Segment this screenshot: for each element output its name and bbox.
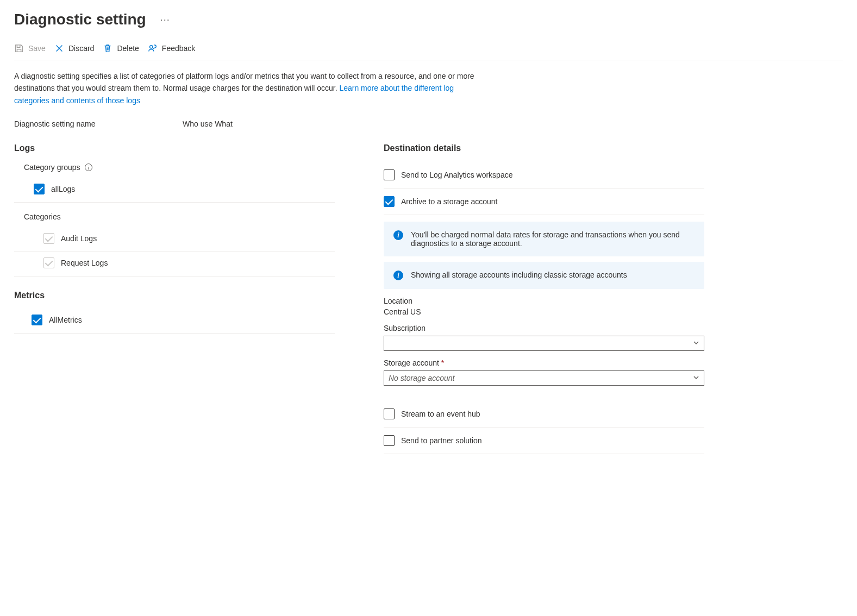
more-menu-icon[interactable]: ··· (157, 12, 173, 28)
allmetrics-checkbox[interactable] (32, 315, 42, 325)
info-circle-icon: i (393, 271, 403, 280)
categories-heading: Categories (24, 212, 61, 221)
subscription-label: Subscription (384, 324, 704, 332)
page-title: Diagnostic setting (14, 11, 146, 28)
alllogs-checkbox[interactable] (34, 184, 45, 194)
audit-logs-checkbox (43, 233, 54, 244)
info-circle-icon: i (393, 230, 403, 240)
archive-storage-checkbox[interactable] (384, 196, 395, 207)
storage-account-select[interactable]: No storage account (384, 370, 704, 386)
send-log-analytics-checkbox[interactable] (384, 169, 395, 180)
send-partner-checkbox[interactable] (384, 435, 395, 446)
save-button[interactable]: Save (14, 43, 46, 53)
command-bar: Save Discard Delete Feedback (14, 43, 843, 60)
trash-icon (103, 43, 112, 53)
feedback-label: Feedback (162, 44, 195, 53)
setting-name-label: Diagnostic setting name (14, 120, 183, 128)
save-label: Save (28, 44, 46, 53)
storage-account-label: Storage account * (384, 359, 704, 367)
chevron-down-icon (693, 374, 699, 382)
audit-logs-label: Audit Logs (61, 234, 97, 243)
request-logs-label: Request Logs (61, 259, 108, 267)
svg-point-0 (149, 46, 152, 48)
allmetrics-label: AllMetrics (49, 316, 82, 324)
delete-label: Delete (117, 44, 139, 53)
request-logs-checkbox (43, 257, 54, 268)
storage-info-2: i Showing all storage accounts including… (384, 262, 704, 289)
metrics-heading: Metrics (14, 291, 335, 300)
alllogs-label: allLogs (51, 185, 75, 193)
discard-label: Discard (68, 44, 94, 53)
logs-heading: Logs (14, 143, 335, 153)
feedback-icon (148, 43, 158, 53)
close-icon (54, 43, 64, 53)
discard-button[interactable]: Discard (54, 43, 94, 53)
setting-name-value[interactable]: Who use What (183, 120, 233, 128)
subscription-select[interactable] (384, 336, 704, 351)
send-partner-label: Send to partner solution (401, 436, 482, 445)
destination-heading: Destination details (384, 143, 704, 153)
delete-button[interactable]: Delete (103, 43, 139, 53)
storage-info-2-text: Showing all storage accounts including c… (411, 271, 627, 280)
storage-info-1-text: You'll be charged normal data rates for … (411, 230, 695, 248)
save-icon (14, 43, 24, 53)
stream-eventhub-label: Stream to an event hub (401, 410, 480, 418)
category-groups-heading: Category groups (24, 163, 80, 172)
location-value: Central US (384, 307, 704, 316)
chevron-down-icon (693, 339, 699, 348)
location-label: Location (384, 297, 704, 305)
info-icon[interactable]: i (85, 164, 92, 171)
archive-storage-label: Archive to a storage account (401, 197, 497, 206)
intro-text: A diagnostic setting specifies a list of… (14, 70, 487, 106)
feedback-button[interactable]: Feedback (148, 43, 195, 53)
send-log-analytics-label: Send to Log Analytics workspace (401, 171, 512, 179)
storage-info-1: i You'll be charged normal data rates fo… (384, 222, 704, 256)
stream-eventhub-checkbox[interactable] (384, 408, 395, 419)
storage-account-value: No storage account (389, 374, 454, 382)
